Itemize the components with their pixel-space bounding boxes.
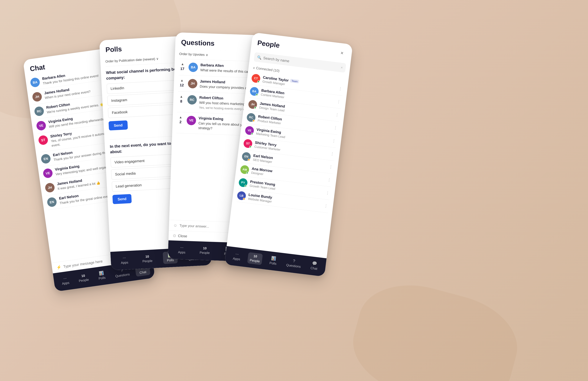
chat-icon: 💬 bbox=[312, 261, 317, 266]
apps-icon: ··· bbox=[63, 276, 67, 281]
questions-label: Questions bbox=[286, 263, 301, 269]
online-indicator bbox=[244, 185, 247, 187]
person-avatar-wrap: VE bbox=[245, 126, 254, 135]
avatar-wrap: ST bbox=[38, 135, 49, 146]
questions-nav-apps[interactable]: ··· Apps bbox=[174, 243, 189, 256]
person-avatar-wrap: LB bbox=[237, 191, 246, 200]
people-nav-chat[interactable]: 💬 Chat bbox=[306, 259, 322, 273]
people-close-button[interactable]: × bbox=[337, 49, 346, 57]
online-indicator bbox=[254, 106, 256, 109]
person-avatar-wrap: CT bbox=[251, 74, 261, 83]
person-more-button[interactable]: ⋮ bbox=[331, 137, 337, 144]
upvote-arrow[interactable]: ▲ bbox=[181, 62, 184, 66]
person-more-button[interactable]: ⋮ bbox=[325, 190, 331, 196]
apps-icon: ··· bbox=[180, 245, 184, 250]
questions-label: Questions bbox=[115, 272, 130, 278]
avatar-wrap: RC bbox=[34, 106, 44, 117]
online-indicator bbox=[249, 146, 252, 148]
apps-icon: ··· bbox=[123, 255, 126, 260]
nav-apps[interactable]: ··· Apps bbox=[57, 274, 73, 287]
chat-nav-label: Chat bbox=[139, 270, 147, 275]
avatar-wrap: BA bbox=[30, 77, 41, 88]
chat-title: Chat bbox=[29, 63, 45, 73]
question-1-avatar-wrap: BA bbox=[188, 63, 198, 72]
question-2-votes: ▲ 12 bbox=[178, 78, 186, 88]
questions-nav-people[interactable]: 10 People bbox=[197, 245, 212, 256]
avatar: JH bbox=[32, 92, 42, 102]
question-3-avatar-wrap: RC bbox=[187, 95, 197, 109]
people-count: 10 bbox=[81, 274, 85, 278]
apps-label: Apps bbox=[233, 257, 240, 261]
person-avatar-wrap: AM bbox=[240, 165, 249, 174]
avatar-wrap: VE bbox=[36, 120, 47, 131]
nav-people[interactable]: 10 People bbox=[76, 272, 91, 285]
person-more-button[interactable]: ⋮ bbox=[329, 150, 335, 157]
close-area-text: Close bbox=[178, 234, 187, 238]
questions-title: Questions bbox=[181, 38, 215, 47]
apps-label: Apps bbox=[121, 261, 128, 265]
avatar-wrap: EN bbox=[41, 154, 51, 164]
nav-polls[interactable]: 📊 Polls bbox=[94, 269, 110, 282]
questions-sort-label: Order by Upvotes bbox=[179, 52, 205, 57]
polls-sort-label: Order by Publication date (newest) bbox=[105, 57, 155, 63]
avatar-wrap: EN bbox=[47, 197, 57, 208]
question-2-avatar: JH bbox=[188, 79, 197, 88]
people-list: CT Caroline Taylor Team Growth Manager ⋮… bbox=[236, 71, 344, 213]
chat-label: Chat bbox=[310, 266, 317, 271]
questions-sort-arrow: ∨ bbox=[206, 53, 208, 57]
person-more-button[interactable]: ⋮ bbox=[336, 98, 342, 105]
person-more-button[interactable]: ⋮ bbox=[323, 203, 329, 209]
avatar: RC bbox=[34, 106, 44, 117]
avatar: ST bbox=[38, 135, 49, 146]
online-indicator bbox=[252, 119, 255, 122]
online-indicator bbox=[248, 159, 250, 161]
close-circle-icon: ⊙ bbox=[173, 233, 176, 238]
people-label: People bbox=[142, 259, 153, 263]
person-avatar-wrap: BA bbox=[250, 86, 259, 96]
search-clear-button[interactable]: × bbox=[340, 65, 343, 70]
people-nav-apps[interactable]: ··· Apps bbox=[229, 249, 245, 263]
person-avatar-wrap: PY bbox=[238, 178, 248, 188]
question-2-avatar-wrap: JH bbox=[188, 79, 197, 89]
polls-icon: 📊 bbox=[99, 271, 104, 276]
people-count: 10 bbox=[203, 246, 207, 250]
online-indicator bbox=[251, 133, 253, 135]
upvote-arrow[interactable]: ▲ bbox=[180, 95, 183, 99]
poll-1-send-button[interactable]: Send bbox=[108, 120, 128, 130]
questions-icon: ? bbox=[293, 258, 295, 263]
avatar: JH bbox=[45, 182, 55, 193]
people-label: People bbox=[79, 278, 89, 283]
poll-2-send-button[interactable]: Send bbox=[112, 194, 132, 204]
question-4-votes: ▲ 2 bbox=[177, 115, 184, 130]
question-1-avatar: BA bbox=[189, 63, 198, 72]
upvote-arrow[interactable]: ▲ bbox=[179, 115, 182, 119]
smiley-icon: ☺ bbox=[173, 223, 177, 228]
apps-label: Apps bbox=[178, 250, 185, 254]
section-chevron[interactable]: ∨ bbox=[253, 66, 255, 70]
person-more-button[interactable]: ⋮ bbox=[326, 177, 332, 183]
people-nav-polls[interactable]: 📊 Polls bbox=[265, 254, 281, 268]
cards-container: Chat × BA Barbara Allen Thank you for ho… bbox=[24, 20, 564, 361]
online-indicator bbox=[243, 198, 245, 200]
polls-title: Polls bbox=[105, 45, 122, 54]
vote-count: 8 bbox=[180, 99, 182, 104]
vote-count: 17 bbox=[180, 67, 185, 71]
question-1-votes: ▲ 17 bbox=[179, 62, 186, 72]
avatar: EN bbox=[41, 154, 51, 164]
polls-nav-apps[interactable]: ··· Apps bbox=[117, 254, 132, 266]
person-more-button[interactable]: ⋮ bbox=[328, 164, 334, 170]
people-nav-questions[interactable]: ? Questions bbox=[284, 256, 304, 270]
people-nav-people[interactable]: 10 People bbox=[247, 252, 263, 265]
person-more-button[interactable]: ⋮ bbox=[334, 111, 340, 118]
apps-label: Apps bbox=[62, 281, 70, 286]
person-more-button[interactable]: ⋮ bbox=[333, 125, 339, 131]
question-4-avatar-wrap: VE bbox=[186, 116, 196, 130]
polls-nav-people[interactable]: 10 People bbox=[140, 253, 155, 265]
person-more-button[interactable]: ⋮ bbox=[337, 85, 343, 92]
upvote-arrow[interactable]: ▲ bbox=[180, 78, 184, 82]
avatar-wrap: VE bbox=[42, 168, 53, 179]
apps-icon: ··· bbox=[235, 252, 239, 256]
vote-count: 12 bbox=[180, 83, 184, 87]
avatar: EN bbox=[47, 197, 57, 208]
polls-sort-arrow: ∨ bbox=[156, 57, 159, 61]
